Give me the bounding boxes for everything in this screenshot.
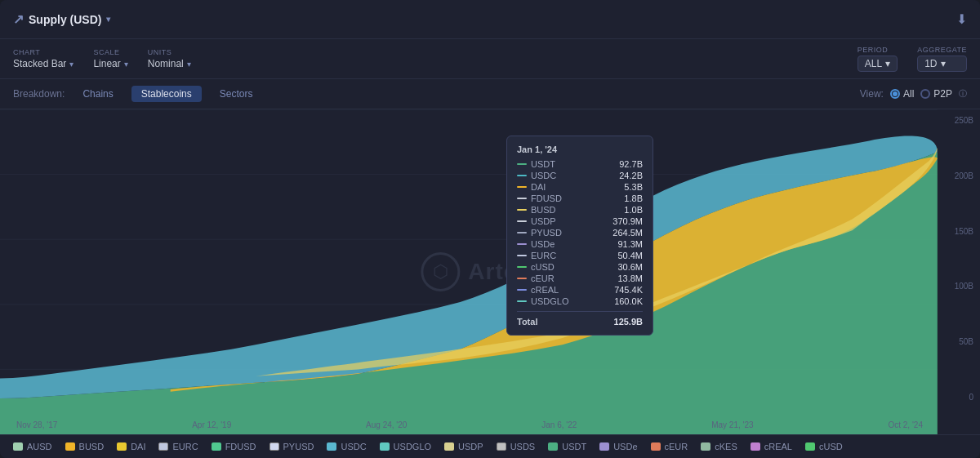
fdusd-legend-swatch [212,442,221,451]
x-label-4: May 21, '23 [711,420,753,429]
tooltip-row-cusd: cUSD 30.6M [517,262,643,272]
period-select[interactable]: ALL ▾ [858,56,898,72]
usdt-legend-label: USDT [562,442,586,451]
legend-ckes[interactable]: cKES [701,442,737,451]
scale-group: SCALE Linear ▾ [93,48,127,69]
creal-name: cREAL [531,285,559,295]
chart-title[interactable]: ↗ Supply (USD) ▾ [13,11,110,27]
usds-legend-swatch [497,442,506,451]
tooltip-row-usdglo: USDGLO 160.0K [517,296,643,306]
usds-legend-label: USDS [510,442,536,451]
aggregate-chevron: ▾ [941,58,946,69]
usde-legend-label: USDe [613,442,637,451]
busd-legend-swatch [65,442,75,451]
legend-usdt[interactable]: USDT [548,442,586,451]
view-all-radio[interactable]: All [890,88,914,100]
creal-swatch [517,289,527,291]
tooltip-row-fdusd: FDUSD 1.8B [517,193,643,203]
creal-legend-swatch [751,442,760,451]
scale-chevron: ▾ [124,60,128,69]
aggregate-value: 1D [924,58,937,69]
main-container: ↗ Supply (USD) ▾ ⬇ CHART Stacked Bar ▾ S… [0,0,980,458]
legend-ausd[interactable]: AUSD [13,442,52,451]
legend-usdc[interactable]: USDC [327,442,366,451]
period-chevron: ▾ [885,58,890,69]
breakdown-stablecoins[interactable]: Stablecoins [131,86,202,102]
usdp-name: USDP [531,216,556,226]
usde-value: 91.3M [617,239,643,249]
dai-value: 5.3B [624,182,643,192]
legend-usdp[interactable]: USDP [444,442,483,451]
x-label-3: Jan 6, '22 [541,420,577,429]
y-label-0: 0 [955,393,973,402]
legend-fdusd[interactable]: FDUSD [212,442,256,451]
legend-cusd[interactable]: cUSD [805,442,843,451]
tooltip-row-usdt: USDT 92.7B [517,159,643,169]
legend-usdglo[interactable]: USDGLO [380,442,431,451]
usde-name: USDe [531,239,555,249]
legend-usds[interactable]: USDS [497,442,536,451]
y-label-200: 200B [955,171,973,180]
ausd-legend-swatch [13,442,23,451]
legend: AUSD BUSD DAI EURC FDUSD PYUSD USDC USD [0,434,980,458]
dai-swatch [517,186,527,188]
usdglo-name: USDGLO [531,296,568,306]
chart-icon: ↗ [13,11,24,27]
tooltip-row-dai: DAI 5.3B [517,182,643,192]
chart-area: ⬡ Artemis 0 50B 100B 150B 200B 250B Nov … [0,109,980,434]
cusd-legend-label: cUSD [819,442,843,451]
chart-svg [0,109,980,434]
legend-dai[interactable]: DAI [117,442,145,451]
dai-legend-label: DAI [131,442,145,451]
dai-legend-swatch [117,442,127,451]
creal-value: 745.4K [614,285,643,295]
tooltip-row-ceur: cEUR 13.8M [517,273,643,283]
fdusd-name: FDUSD [531,193,562,203]
header: ↗ Supply (USD) ▾ ⬇ [0,0,980,39]
scale-value: Linear [93,58,120,69]
fdusd-legend-label: FDUSD [225,442,256,451]
cusd-swatch [517,266,527,268]
cusd-name: cUSD [531,262,555,272]
scale-label: SCALE [93,48,127,56]
dai-name: DAI [531,182,546,192]
aggregate-select[interactable]: 1D ▾ [917,56,967,72]
cusd-legend-swatch [805,442,815,451]
fdusd-swatch [517,198,527,199]
ceur-value: 13.8M [617,273,643,283]
y-axis: 0 50B 100B 150B 200B 250B [955,109,973,408]
x-label-2: Aug 24, '20 [366,420,407,429]
breakdown-label: Breakdown: [13,88,65,100]
x-axis: Nov 28, '17 Apr 12, '19 Aug 24, '20 Jan … [0,415,939,434]
info-icon[interactable]: ⓘ [959,88,967,100]
tooltip-date: Jan 1, '24 [517,145,643,154]
legend-ceur[interactable]: cEUR [651,442,688,451]
usdp-legend-swatch [444,442,454,451]
usdp-value: 370.9M [612,216,643,226]
usdglo-legend-label: USDGLO [394,442,431,451]
units-select[interactable]: Nominal ▾ [148,58,191,69]
breakdown-sectors[interactable]: Sectors [210,86,263,102]
pyusd-legend-label: PYUSD [283,442,314,451]
legend-pyusd[interactable]: PYUSD [270,442,314,451]
breakdown-chains[interactable]: Chains [73,86,122,102]
legend-creal[interactable]: cREAL [751,442,792,451]
download-button[interactable]: ⬇ [956,11,967,27]
legend-busd[interactable]: BUSD [65,442,105,451]
eurc-value: 50.4M [617,251,643,260]
legend-eurc[interactable]: EURC [158,442,198,451]
ausd-legend-label: AUSD [27,442,52,451]
usdglo-swatch [517,300,527,302]
view-p2p-radio[interactable]: P2P [920,88,952,100]
chart-type-value: Stacked Bar [13,58,66,69]
chart-type-select[interactable]: Stacked Bar ▾ [13,58,74,69]
usdt-legend-swatch [548,442,558,451]
creal-legend-label: cREAL [764,442,792,451]
period-value: ALL [865,58,882,69]
scale-select[interactable]: Linear ▾ [93,58,127,69]
usdglo-legend-swatch [380,442,390,451]
legend-usde[interactable]: USDe [599,442,637,451]
usde-swatch [517,243,527,245]
ceur-name: cEUR [531,273,555,283]
fdusd-value: 1.8B [624,193,643,203]
